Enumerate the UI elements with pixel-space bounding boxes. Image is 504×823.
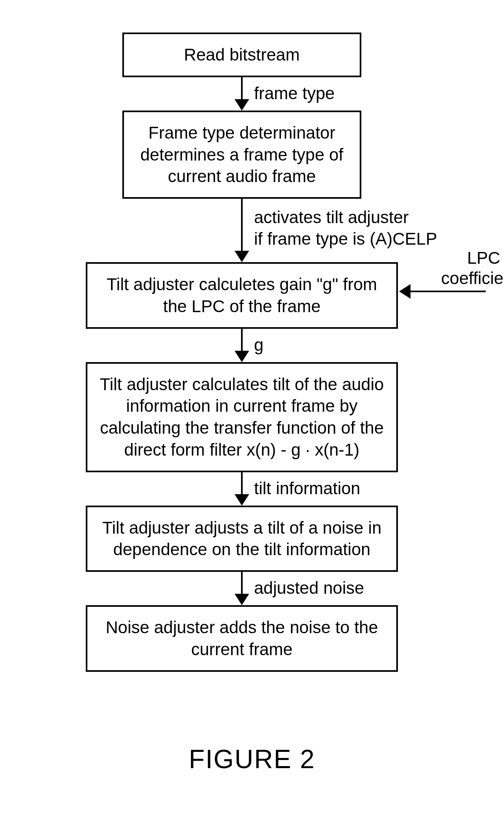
step-tilt-calc: Tilt adjuster calculates tilt of the aud… <box>86 362 398 472</box>
arrow-frame-type: frame type <box>132 77 352 111</box>
arrow-activates-tilt-adjuster: activates tilt adjuster if frame type is… <box>132 199 352 262</box>
step-tilt-gain: Tilt adjuster calculetes gain "g" from t… <box>86 262 398 329</box>
arrow-adjusted-noise: adjusted noise <box>96 572 388 605</box>
step-frame-type-determinator: Frame type determinator determines a fra… <box>122 111 361 199</box>
step-noise-add: Noise adjuster adds the noise to the cur… <box>86 605 398 672</box>
figure-caption: FIGURE 2 <box>0 744 504 774</box>
arrow-g: g <box>96 329 388 362</box>
arrow-label-frame-type: frame type <box>254 83 335 104</box>
arrow-label-activate: activates tilt adjuster if frame type is… <box>254 207 437 250</box>
step-read-bitstream: Read bitstream <box>122 33 361 77</box>
arrow-tilt-information: tilt information <box>96 472 388 506</box>
label-lpc-coefficients: LPC coefficients <box>431 248 504 289</box>
arrow-label-g: g <box>254 334 263 356</box>
step-tilt-adjust: Tilt adjuster adjusts a tilt of a noise … <box>86 506 398 572</box>
arrow-label-adjusted-noise: adjusted noise <box>254 578 364 599</box>
arrow-label-tilt-info: tilt information <box>254 478 360 499</box>
